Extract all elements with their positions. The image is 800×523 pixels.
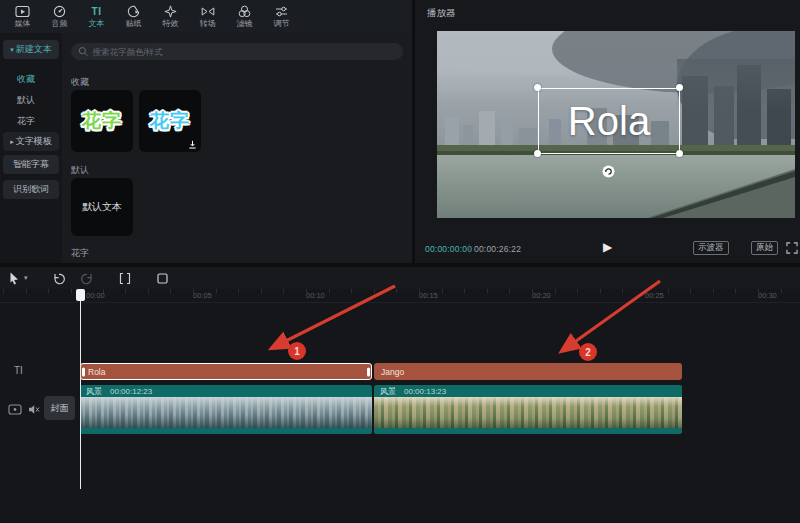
media-icon: [15, 5, 30, 18]
annotation-badge-1: 1: [294, 346, 300, 357]
default-text-tile[interactable]: 默认文本: [71, 178, 133, 236]
fancy-text-tile-2-label: 花字: [150, 108, 190, 134]
ruler-label: 00:05: [193, 291, 212, 300]
video-clip-1-footer: [80, 428, 372, 434]
cover-button[interactable]: 封面: [44, 396, 75, 420]
tab-transitions[interactable]: 转场: [189, 2, 226, 32]
huazi-section-title: 花字: [71, 247, 89, 260]
caret-down-icon: ▾: [24, 274, 28, 282]
video-clip-1-name: 风景: [86, 386, 102, 397]
clip-trim-handle-left[interactable]: [82, 367, 85, 376]
rotate-handle[interactable]: [602, 164, 615, 182]
selection-handle-bottom-left[interactable]: [534, 150, 541, 157]
player-panel: 播放器: [415, 0, 800, 263]
transitions-icon: [201, 5, 215, 18]
fullscreen-icon[interactable]: [786, 242, 798, 254]
selection-handle-top-left[interactable]: [534, 84, 541, 91]
undo-button[interactable]: [52, 272, 66, 285]
tab-transitions-label: 转场: [200, 19, 216, 28]
sidebar-item-smart-captions[interactable]: 智能字幕: [3, 155, 59, 174]
ratio-button[interactable]: 原始: [751, 241, 778, 255]
delete-icon: [156, 272, 169, 285]
tab-adjust-label: 调节: [274, 19, 290, 28]
text-clip-jango[interactable]: Jango: [374, 363, 682, 380]
redo-button[interactable]: [80, 272, 94, 285]
tab-filters[interactable]: 滤镜: [226, 2, 263, 32]
search-input[interactable]: [93, 47, 397, 57]
text-selection-box[interactable]: [538, 88, 680, 154]
text-clip-jango-label: Jango: [381, 367, 404, 377]
time-separator: |: [468, 243, 470, 253]
tab-text[interactable]: TI 文本: [78, 2, 115, 32]
filters-icon: [238, 5, 251, 18]
fancy-text-tile-1-label: 花字: [82, 108, 122, 134]
timeline-ruler[interactable]: 00:00 00:05 00:10 00:15 00:20 00:25 00:3…: [0, 289, 800, 303]
sidebar-item-lyrics-recognition[interactable]: 识别歌词: [3, 180, 59, 199]
tab-audio-label: 音频: [52, 19, 68, 28]
video-clip-2-footer: [374, 428, 682, 434]
ruler-label: 00:15: [419, 291, 438, 300]
text-styles-panel: 收藏 花字 花字 默认 默认文本 花字: [62, 33, 412, 263]
track-preview-icon[interactable]: [8, 404, 22, 415]
video-clip-2-name: 风景: [380, 386, 396, 397]
video-preview[interactable]: Rola: [437, 31, 795, 218]
video-clip-2-header: 风景 00:00:13:23: [374, 385, 682, 397]
sticker-icon: [127, 5, 140, 18]
tab-adjust[interactable]: 调节: [263, 2, 300, 32]
tab-effects[interactable]: 特效: [152, 2, 189, 32]
sidebar-item-huazi[interactable]: 花字: [17, 115, 35, 128]
video-clip-1-duration: 00:00:12:23: [110, 387, 152, 396]
mute-original-sound-icon[interactable]: [28, 404, 40, 415]
delete-button[interactable]: [156, 272, 169, 285]
default-section-title: 默认: [71, 164, 89, 177]
asset-tab-bar: 媒体 音频 TI 文本 贴纸 特效 转场: [0, 0, 412, 33]
clip-trim-handle-right[interactable]: [367, 367, 370, 376]
total-duration: 00:00:26:22: [474, 244, 521, 254]
scope-button[interactable]: 示波器: [693, 241, 729, 255]
text-clip-rola[interactable]: Rola: [80, 363, 372, 380]
fancy-text-tile-2[interactable]: 花字: [139, 90, 201, 152]
video-clip-1-header: 风景 00:00:12:23: [80, 385, 372, 397]
undo-icon: [52, 272, 66, 285]
search-box[interactable]: [71, 43, 403, 60]
redo-icon: [80, 272, 94, 285]
capcut-editor-window: 媒体 音频 TI 文本 贴纸 特效 转场: [0, 0, 800, 523]
selection-handle-bottom-right[interactable]: [676, 150, 683, 157]
sidebar-item-new-text[interactable]: ▾ 新建文本: [3, 40, 59, 59]
play-button[interactable]: ▶: [603, 240, 612, 254]
ruler-label: 00:10: [306, 291, 325, 300]
tab-effects-label: 特效: [163, 19, 179, 28]
tab-text-label: 文本: [89, 19, 105, 28]
tab-media[interactable]: 媒体: [4, 2, 41, 32]
ruler-label: 00:00: [86, 291, 105, 300]
text-clip-rola-label: Rola: [88, 367, 105, 377]
select-tool-button[interactable]: ▾: [9, 272, 28, 285]
rotate-icon: [602, 165, 615, 178]
annotation-badge-2-circle: [579, 343, 597, 361]
annotation-badge-1-circle: [288, 342, 306, 360]
playhead-handle[interactable]: [76, 289, 85, 301]
sidebar-item-default[interactable]: 默认: [17, 94, 35, 107]
video-clip-1[interactable]: 风景 00:00:12:23: [80, 385, 372, 434]
text-sidebar: ▾ 新建文本 收藏 默认 花字 ▸ 文字模板 智能字幕 识别歌词: [0, 33, 62, 263]
annotation-badge-2: 2: [585, 347, 591, 358]
selection-handle-top-right[interactable]: [676, 84, 683, 91]
video-clip-1-thumbnails: [80, 397, 372, 428]
tab-audio[interactable]: 音频: [41, 2, 78, 32]
ruler-label: 00:30: [758, 291, 777, 300]
sidebar-item-text-templates[interactable]: ▸ 文字模板: [3, 132, 59, 151]
fancy-text-tile-1[interactable]: 花字: [71, 90, 133, 152]
split-icon: [118, 272, 132, 285]
timeline-panel: ▾ 00:00 00:05 00:10 00:15 00:20 00:25 00…: [0, 267, 800, 523]
video-clip-2[interactable]: 风景 00:00:13:23: [374, 385, 682, 434]
video-clip-2-duration: 00:00:13:23: [404, 387, 446, 396]
favorites-section-title: 收藏: [71, 76, 89, 89]
tab-sticker-label: 贴纸: [126, 19, 142, 28]
playhead-line[interactable]: [80, 289, 81, 489]
tab-media-label: 媒体: [15, 19, 31, 28]
tab-sticker[interactable]: 贴纸: [115, 2, 152, 32]
sidebar-item-favorites[interactable]: 收藏: [17, 73, 35, 86]
split-button[interactable]: [118, 272, 132, 285]
default-text-tile-label: 默认文本: [82, 200, 122, 214]
tab-filters-label: 滤镜: [237, 19, 253, 28]
